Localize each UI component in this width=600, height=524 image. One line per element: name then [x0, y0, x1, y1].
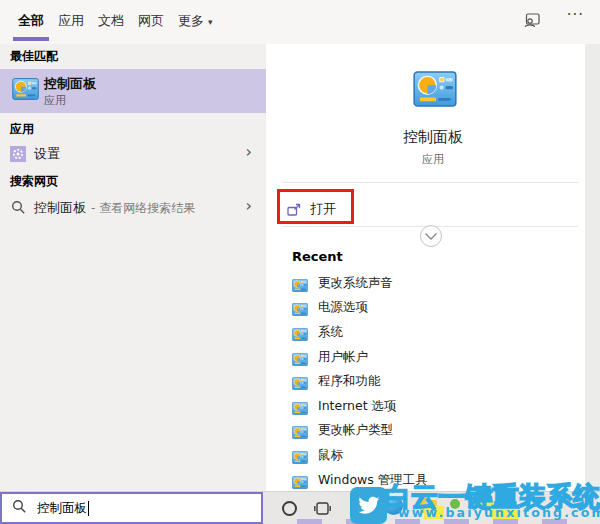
search-icon — [11, 200, 26, 219]
recent-item-label: 用户帐户 — [318, 349, 368, 366]
best-match-header: 最佳匹配 — [10, 48, 58, 65]
taskbar-app-indicator[interactable] — [297, 519, 322, 524]
tab-apps[interactable]: 应用 — [51, 0, 91, 44]
recent-item[interactable]: 更改系统声音 — [266, 271, 585, 296]
search-input-value: 控制面板 — [37, 500, 87, 517]
recent-item[interactable]: 用户帐户 — [266, 345, 585, 370]
tab-documents[interactable]: 文档 — [91, 0, 131, 44]
more-options-icon[interactable]: ··· — [567, 6, 584, 24]
control-panel-icon — [292, 326, 308, 339]
web-search-section-header: 搜索网页 — [10, 173, 58, 190]
expand-chevron-button[interactable] — [420, 225, 442, 247]
best-match-result-control-panel[interactable]: 控制面板 应用 — [0, 69, 266, 113]
detail-app-subtitle: 应用 — [266, 152, 600, 167]
result-detail-panel: 控制面板 应用 打开 Recent 更改系统声音 — [266, 44, 600, 492]
recent-item[interactable]: 电源选项 — [266, 296, 585, 321]
scrollbar[interactable] — [585, 44, 600, 492]
apps-section-header: 应用 — [10, 121, 34, 138]
search-results-panel: 最佳匹配 控制面板 应用 应用 设置 › 搜索网页 — [0, 44, 266, 492]
divider — [283, 182, 578, 183]
recent-item[interactable]: Internet 选项 — [266, 394, 585, 419]
control-panel-icon — [292, 400, 308, 413]
tab-all[interactable]: 全部 — [11, 0, 51, 44]
tab-list: 全部 应用 文档 网页 更多▾ — [11, 0, 220, 44]
tab-more-label: 更多 — [178, 13, 204, 28]
cortana-icon — [282, 501, 297, 516]
tab-more[interactable]: 更多▾ — [171, 0, 220, 44]
chevron-down-icon: ▾ — [208, 17, 213, 27]
windows-search-flyout: 全部 应用 文档 网页 更多▾ ··· 最佳匹配 控制面板 应用 应用 — [0, 0, 600, 524]
recent-item-label: 更改系统声音 — [318, 275, 393, 292]
text-caret — [88, 501, 89, 516]
recent-list: 更改系统声音 电源选项 系统 用户帐户 程序和功能 Internet 选项 — [266, 271, 585, 492]
control-panel-icon — [12, 78, 39, 104]
recent-item[interactable]: 程序和功能 — [266, 369, 585, 394]
control-panel-icon — [292, 449, 308, 462]
recent-section-header: Recent — [292, 249, 343, 264]
result-settings[interactable]: 设置 › — [0, 140, 266, 168]
search-icon — [12, 499, 27, 518]
control-panel-icon — [292, 351, 308, 364]
web-query-text: 控制面板 — [34, 200, 86, 215]
recent-item[interactable]: 更改帐户类型 — [266, 419, 585, 444]
tab-web[interactable]: 网页 — [131, 0, 171, 44]
control-panel-icon — [292, 301, 308, 314]
recent-item-label: 电源选项 — [318, 299, 368, 316]
gear-icon — [10, 146, 26, 162]
chevron-right-icon: › — [246, 142, 252, 161]
control-panel-icon — [292, 424, 308, 437]
recent-item-label: 更改帐户类型 — [318, 422, 393, 439]
red-annotation-box — [277, 189, 354, 224]
control-panel-icon — [292, 277, 308, 290]
twitter-bird-icon — [350, 487, 387, 524]
detail-app-title: 控制面板 — [266, 128, 600, 147]
task-view-icon — [314, 501, 331, 516]
watermark-url: www.baiyunxitong.com — [398, 505, 600, 520]
best-match-subtitle: 应用 — [44, 93, 66, 108]
recent-item-label: 程序和功能 — [318, 373, 381, 390]
web-search-query: 控制面板- 查看网络搜索结果 — [34, 199, 195, 217]
control-panel-icon — [292, 474, 308, 487]
recent-item-label: 系统 — [318, 324, 343, 341]
recent-item[interactable]: 鼠标 — [266, 443, 585, 468]
recent-item-label: 鼠标 — [318, 447, 343, 464]
search-filter-tabbar: 全部 应用 文档 网页 更多▾ ··· — [0, 0, 600, 44]
recent-item-label: Internet 选项 — [318, 398, 397, 415]
control-panel-hero-icon — [413, 71, 457, 111]
recent-item[interactable]: 系统 — [266, 320, 585, 345]
feedback-icon[interactable] — [523, 13, 540, 32]
taskbar-search-input[interactable]: 控制面板 — [0, 492, 263, 524]
best-match-title: 控制面板 — [44, 75, 96, 93]
result-web-search[interactable]: 控制面板- 查看网络搜索结果 › — [0, 194, 266, 222]
chevron-right-icon: › — [246, 196, 252, 215]
control-panel-icon — [292, 375, 308, 388]
settings-label: 设置 — [34, 145, 60, 163]
web-suffix-text: - 查看网络搜索结果 — [91, 201, 195, 215]
